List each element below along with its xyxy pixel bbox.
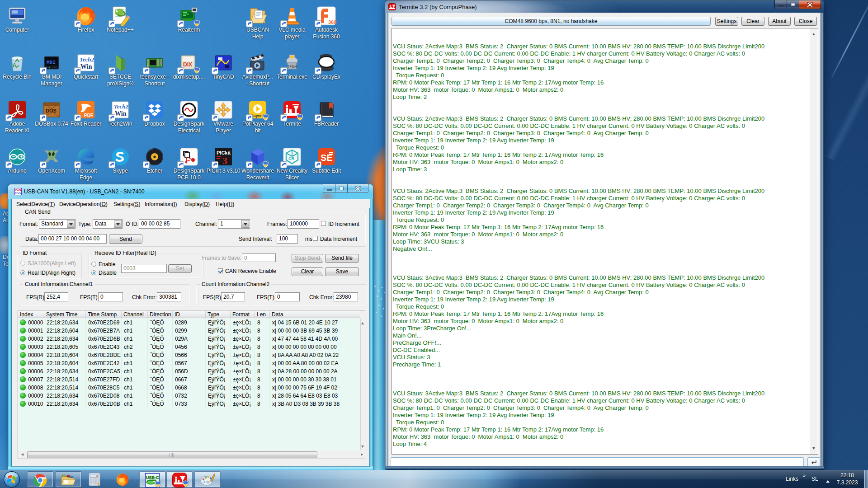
svg-text:3: 3 <box>222 155 227 166</box>
svg-text:Win: Win <box>80 63 92 70</box>
svg-text:DOS: DOS <box>46 108 57 113</box>
svg-text:USB-CAN: USB-CAN <box>146 475 160 480</box>
svg-text:360: 360 <box>328 19 336 25</box>
svg-text:CAN: CAN <box>15 189 21 192</box>
svg-text:DiX: DiX <box>183 61 192 68</box>
svg-text:Tech2: Tech2 <box>114 103 129 110</box>
svg-text:TOOL: TOOL <box>15 192 22 195</box>
svg-text:MDI: MDI <box>47 60 56 65</box>
svg-text:PDF: PDF <box>84 113 93 118</box>
svg-text:CR: CR <box>288 156 294 161</box>
svg-text:Tech2: Tech2 <box>80 56 94 63</box>
svg-text:0: 0 <box>96 475 98 478</box>
svg-text:layer: layer <box>252 113 262 118</box>
svg-text:TERM: TERM <box>287 65 297 70</box>
svg-text:Win: Win <box>115 110 127 117</box>
